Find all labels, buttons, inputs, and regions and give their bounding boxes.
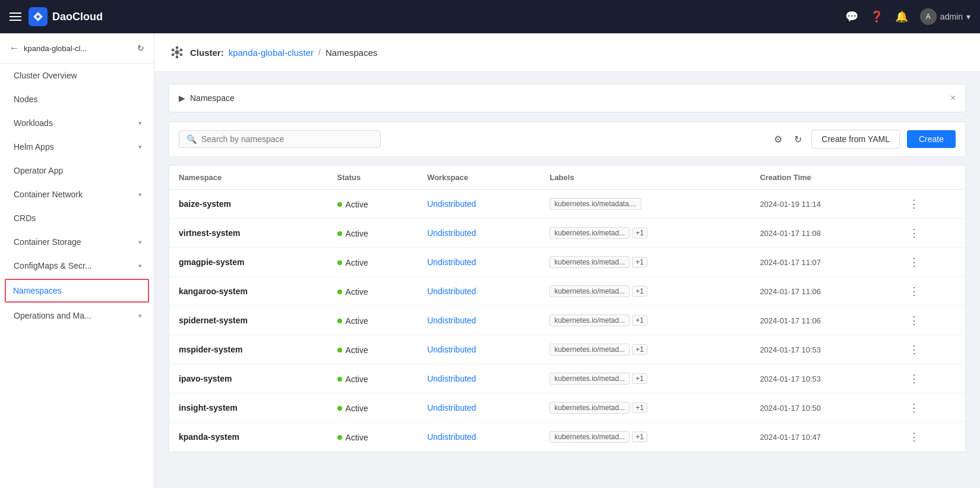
sidebar-item-container-storage[interactable]: Container Storage ▾ — [0, 230, 154, 254]
chevron-down-icon: ▾ — [138, 312, 142, 320]
sidebar-item-crds[interactable]: CRDs — [0, 206, 154, 230]
workspace-link[interactable]: Undistributed — [427, 257, 476, 267]
cell-creation-time: 2024-01-17 10:53 — [750, 364, 894, 393]
workspace-link[interactable]: Undistributed — [427, 345, 476, 354]
workspace-link[interactable]: Undistributed — [427, 403, 476, 413]
cell-actions[interactable]: ⋮ — [894, 219, 965, 248]
cell-workspace[interactable]: Undistributed — [418, 393, 540, 423]
status-text: Active — [346, 287, 368, 297]
more-actions-button[interactable]: ⋮ — [904, 312, 924, 329]
more-actions-button[interactable]: ⋮ — [904, 283, 924, 300]
col-namespace: Namespace — [169, 166, 328, 190]
create-button[interactable]: Create — [907, 130, 956, 148]
labels-plus-badge: +1 — [632, 315, 647, 326]
chat-icon[interactable]: 💬 — [845, 10, 858, 23]
breadcrumb-page: Namespaces — [325, 48, 378, 58]
cell-workspace[interactable]: Undistributed — [418, 335, 540, 364]
more-actions-button[interactable]: ⋮ — [904, 225, 924, 241]
cell-creation-time: 2024-01-17 11:08 — [750, 219, 894, 248]
workspace-link[interactable]: Undistributed — [427, 316, 476, 325]
cell-workspace[interactable]: Undistributed — [418, 423, 540, 452]
breadcrumb-cluster-name[interactable]: kpanda-global-cluster — [229, 48, 314, 58]
cell-labels: kubernetes.io/metadata.... — [540, 190, 750, 219]
sidebar-item-nodes[interactable]: Nodes — [0, 87, 154, 111]
sidebar-item-container-network[interactable]: Container Network ▾ — [0, 182, 154, 206]
more-actions-button[interactable]: ⋮ — [904, 370, 924, 387]
cell-status: Active — [328, 423, 418, 452]
cell-actions[interactable]: ⋮ — [894, 364, 965, 393]
cell-workspace[interactable]: Undistributed — [418, 364, 540, 393]
cell-actions[interactable]: ⋮ — [894, 423, 965, 452]
workspace-link[interactable]: Undistributed — [427, 374, 476, 383]
sidebar-item-helm-apps[interactable]: Helm Apps ▾ — [0, 135, 154, 159]
sidebar-item-cluster-overview[interactable]: Cluster Overview — [0, 64, 154, 87]
svg-point-3 — [176, 56, 178, 58]
cell-actions[interactable]: ⋮ — [894, 248, 965, 277]
cell-labels: kubernetes.io/metad...+1 — [540, 423, 750, 452]
cell-status: Active — [328, 190, 418, 219]
cell-actions[interactable]: ⋮ — [894, 335, 965, 364]
more-actions-button[interactable]: ⋮ — [904, 254, 924, 270]
back-button[interactable]: ← — [10, 43, 19, 53]
cell-creation-time: 2024-01-17 11:06 — [750, 306, 894, 335]
sidebar-item-workloads[interactable]: Workloads ▾ — [0, 111, 154, 135]
workspace-link[interactable]: Undistributed — [427, 432, 476, 442]
sidebar-cluster-name: kpanda-global-cl... — [24, 44, 132, 53]
label-tag: kubernetes.io/metad... — [549, 344, 630, 355]
cell-actions[interactable]: ⋮ — [894, 277, 965, 306]
status-dot — [337, 231, 342, 236]
breadcrumb-cluster-label: Cluster: — [190, 48, 224, 58]
search-input[interactable] — [201, 134, 373, 144]
label-tag: kubernetes.io/metadata.... — [549, 198, 641, 210]
create-from-yaml-button[interactable]: Create from YAML — [811, 130, 900, 149]
cell-status: Active — [328, 219, 418, 248]
svg-point-5 — [180, 49, 182, 51]
cell-labels: kubernetes.io/metad...+1 — [540, 306, 750, 335]
namespace-table: Namespace Status Workspace Labels Creati… — [169, 165, 966, 452]
user-menu[interactable]: A admin ▾ — [920, 8, 970, 25]
sidebar-item-operations-management[interactable]: Operations and Ma... ▾ — [0, 304, 154, 328]
cell-namespace: spidernet-system — [169, 306, 328, 335]
breadcrumb: Cluster: kpanda-global-cluster / Namespa… — [154, 33, 980, 72]
cell-workspace[interactable]: Undistributed — [418, 306, 540, 335]
cell-actions[interactable]: ⋮ — [894, 393, 965, 423]
cell-workspace[interactable]: Undistributed — [418, 219, 540, 248]
cell-workspace[interactable]: Undistributed — [418, 190, 540, 219]
help-icon[interactable]: ❓ — [870, 10, 883, 23]
filter-chevron-icon[interactable]: ▶ — [179, 93, 185, 103]
more-actions-button[interactable]: ⋮ — [904, 399, 924, 416]
table-row: kpanda-systemActiveUndistributedkubernet… — [169, 423, 965, 452]
refresh-button[interactable]: ↻ — [137, 43, 144, 53]
cell-namespace: mspider-system — [169, 335, 328, 364]
table-row: ipavo-systemActiveUndistributedkubernete… — [169, 364, 965, 393]
cell-namespace: kpanda-system — [169, 423, 328, 452]
more-actions-button[interactable]: ⋮ — [904, 429, 924, 445]
cell-creation-time: 2024-01-17 10:47 — [750, 423, 894, 452]
settings-icon[interactable]: ⚙ — [772, 131, 785, 147]
workspace-link[interactable]: Undistributed — [427, 228, 476, 238]
status-dot — [337, 289, 342, 294]
svg-point-2 — [176, 46, 178, 49]
cell-actions[interactable]: ⋮ — [894, 190, 965, 219]
labels-plus-badge: +1 — [632, 432, 647, 442]
more-actions-button[interactable]: ⋮ — [904, 196, 924, 212]
cell-actions[interactable]: ⋮ — [894, 306, 965, 335]
cell-workspace[interactable]: Undistributed — [418, 277, 540, 306]
sidebar-item-namespaces[interactable]: Namespaces — [5, 279, 149, 303]
cell-labels: kubernetes.io/metad...+1 — [540, 277, 750, 306]
filter-close-button[interactable]: × — [950, 93, 956, 103]
workspace-link[interactable]: Undistributed — [427, 199, 476, 209]
cell-workspace[interactable]: Undistributed — [418, 248, 540, 277]
sidebar-item-operator-app[interactable]: Operator App — [0, 159, 154, 182]
cell-labels: kubernetes.io/metad...+1 — [540, 248, 750, 277]
cell-namespace: insight-system — [169, 393, 328, 423]
refresh-icon[interactable]: ↻ — [792, 131, 804, 147]
more-actions-button[interactable]: ⋮ — [904, 341, 924, 358]
table-row: spidernet-systemActiveUndistributedkuber… — [169, 306, 965, 335]
notification-icon[interactable]: 🔔 — [895, 10, 908, 23]
toolbar: 🔍 ⚙ ↻ Create from YAML Create — [169, 122, 966, 156]
workspace-link[interactable]: Undistributed — [427, 286, 476, 296]
sidebar-item-configmaps-secrets[interactable]: ConfigMaps & Secr... ▾ — [0, 254, 154, 278]
menu-toggle[interactable] — [10, 12, 21, 21]
search-box[interactable]: 🔍 — [179, 130, 381, 148]
